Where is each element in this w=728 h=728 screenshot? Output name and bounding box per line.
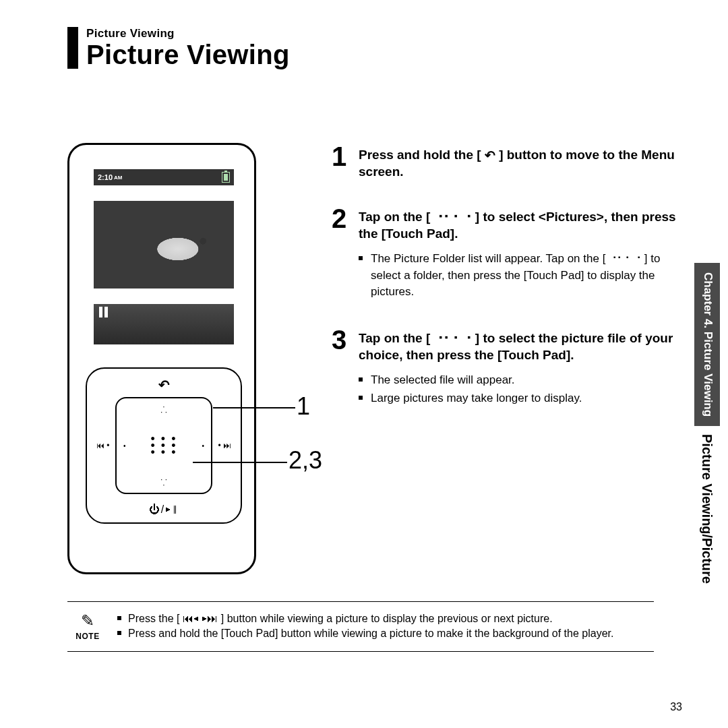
- page-number: 33: [670, 701, 682, 713]
- square-bullet-icon: [359, 256, 363, 260]
- step-heading: Press and hold the [ ↶ ] button to move …: [359, 147, 684, 181]
- step-text: Press and hold the [: [359, 148, 485, 162]
- note-item: Press and hold the [Touch Pad] button wh…: [108, 626, 651, 641]
- step-text: Tap on the [: [359, 210, 434, 224]
- square-bullet-icon: [117, 631, 121, 635]
- step-1: 1 Press and hold the [ ↶ ] button to mov…: [332, 143, 684, 181]
- touchpad-inner: ·· · • • •• • •• • • · ·· • •: [115, 397, 212, 494]
- dots-glyph: ⠐⠂⠂⠐: [434, 210, 472, 226]
- note-label: NOTE: [67, 632, 108, 641]
- clock-time: 2:10: [98, 173, 113, 181]
- square-bullet-icon: [359, 377, 363, 382]
- note-item: Press the [ ⏮◀ ▶⏭ ] button while viewing…: [108, 611, 651, 626]
- instruction-steps: 1 Press and hold the [ ↶ ] button to mov…: [276, 143, 688, 574]
- step-number: 3: [332, 326, 359, 408]
- dots-up-icon: ·· ·: [160, 404, 167, 415]
- header: Picture Viewing Picture Viewing: [67, 27, 688, 69]
- note-box: ✎ NOTE Press the [ ⏮◀ ▶⏭ ] button while …: [67, 601, 654, 652]
- fish-photo: [94, 201, 234, 289]
- note-text: Press the [ ⏮◀ ▶⏭ ] button while viewing…: [128, 611, 553, 626]
- sub-text: The selected file will appear.: [371, 372, 515, 389]
- sub-text: The Picture Folder list will appear. Tap…: [371, 251, 684, 301]
- back-icon: ↶: [158, 377, 170, 393]
- power-play-icon: ⏻/▶‖: [149, 504, 179, 516]
- chapter-tab: Chapter 4. Picture Viewing: [694, 263, 720, 426]
- device-illustration: 2:10 AM ↶ ⏮ • • ⏭ ⏻/▶‖: [67, 143, 276, 574]
- note-icon: ✎: [67, 611, 108, 630]
- step-heading: Tap on the [ ⠐⠂⠂⠐ ] to select the pictur…: [359, 330, 684, 364]
- dot-left-icon: •: [123, 442, 126, 450]
- step-number: 1: [332, 143, 359, 181]
- player-bar: [94, 304, 234, 344]
- dots-glyph: ⠐⠂⠂⠐: [434, 331, 472, 348]
- step-number: 2: [332, 205, 359, 302]
- back-arrow-glyph: ↶: [485, 148, 495, 164]
- step-heading: Tap on the [ ⠐⠂⠂⠐ ] to select <Pictures>…: [359, 209, 684, 243]
- status-bar: 2:10 AM: [94, 169, 234, 185]
- page-title: Picture Viewing: [86, 40, 290, 69]
- dots-center-icon: • • •• • •• • •: [151, 435, 177, 456]
- callout-line-23: [193, 462, 287, 463]
- step-sub-item: The Picture Folder list will appear. Tap…: [359, 251, 684, 301]
- step-sub-item: Large pictures may take longer to displa…: [359, 390, 684, 407]
- side-tab: Chapter 4. Picture Viewing Picture Viewi…: [694, 263, 720, 647]
- header-accent-block: [67, 27, 78, 69]
- step-2: 2 Tap on the [ ⠐⠂⠂⠐ ] to select <Picture…: [332, 205, 684, 302]
- sub-text: Large pictures may take longer to displa…: [371, 390, 582, 407]
- square-bullet-icon: [117, 616, 121, 620]
- step-sub-item: The selected file will appear.: [359, 372, 684, 389]
- device-screen: 2:10 AM: [94, 169, 234, 344]
- callout-label-1: 1: [297, 392, 310, 421]
- step-text: Tap on the [: [359, 331, 434, 345]
- touchpad: ↶ ⏮ • • ⏭ ⏻/▶‖ ·· · • • •• • •• • • · ··…: [86, 367, 242, 524]
- step-3: 3 Tap on the [ ⠐⠂⠂⠐ ] to select the pict…: [332, 326, 684, 408]
- section-tab: Picture Viewing/Picture: [694, 426, 720, 592]
- prev-track-icon: ⏮ •: [96, 441, 110, 450]
- picture-preview: [94, 185, 234, 304]
- callout-label-23: 2,3: [289, 446, 322, 475]
- note-text: Press and hold the [Touch Pad] button wh…: [128, 626, 613, 641]
- battery-icon: [222, 172, 230, 183]
- callout-line-1: [213, 407, 295, 408]
- next-track-icon: • ⏭: [218, 441, 231, 450]
- breadcrumb: Picture Viewing: [86, 27, 290, 40]
- square-bullet-icon: [359, 396, 363, 400]
- pause-icon: [99, 307, 109, 317]
- dots-down-icon: · ··: [160, 477, 167, 487]
- clock-ampm: AM: [114, 175, 122, 181]
- dot-right-icon: •: [202, 442, 204, 450]
